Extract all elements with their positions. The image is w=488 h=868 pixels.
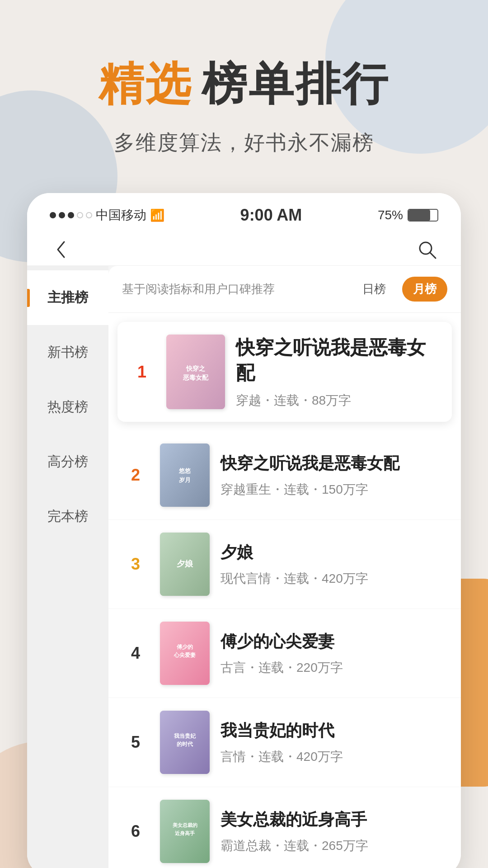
book-title-4: 傅少的心尖爱妻	[221, 631, 447, 653]
book-cover-6: 美女总裁的 近身高手	[160, 800, 210, 863]
book-title-3: 夕娘	[221, 542, 447, 564]
sidebar-item-高分榜[interactable]: 高分榜	[27, 434, 108, 489]
book-cover-img-1: 快穿之 恶毒女配	[166, 335, 225, 409]
rank-item-1[interactable]: 1 快穿之 恶毒女配	[117, 322, 452, 422]
svg-rect-5	[160, 443, 210, 507]
battery-bar	[408, 209, 438, 222]
rank-number-1: 1	[128, 363, 155, 382]
sidebar-item-热度榜[interactable]: 热度榜	[27, 380, 108, 434]
carrier-text: 中国移动	[96, 207, 146, 224]
book-info-4: 傅少的心尖爱妻 古言・连载・220万字	[221, 631, 447, 676]
wifi-icon: 📶	[150, 208, 164, 222]
rank-number-2: 2	[122, 466, 149, 485]
rank-item-2[interactable]: 2 悠悠 岁月	[108, 431, 461, 520]
book-cover-img-3: 夕娘	[160, 533, 210, 596]
rank-number-3: 3	[122, 555, 149, 574]
book-meta-5: 言情・连载・420万字	[221, 748, 447, 765]
status-left: 中国移动 📶	[50, 207, 164, 224]
sidebar-item-完本榜[interactable]: 完本榜	[27, 489, 108, 544]
battery-fill	[408, 210, 430, 221]
book-cover-img-4: 傅少的 心尖爱妻	[160, 622, 210, 685]
signal-dot-3	[68, 212, 74, 218]
book-meta-6: 霸道总裁・连载・265万字	[221, 837, 447, 854]
book-info-5: 我当贵妃的时代 言情・连载・420万字	[221, 720, 447, 765]
signal-dot-1	[50, 212, 56, 218]
book-info-6: 美女总裁的近身高手 霸道总裁・连载・265万字	[221, 809, 447, 854]
svg-text:夕娘: 夕娘	[177, 559, 193, 568]
search-button[interactable]	[416, 238, 438, 261]
rank-number-6: 6	[122, 822, 149, 841]
book-cover-3: 夕娘	[160, 533, 210, 596]
signal-dots	[50, 212, 92, 218]
rank-item-5[interactable]: 5 我当贵妃 的时代	[108, 698, 461, 787]
status-bar: 中国移动 📶 9:00 AM 75%	[27, 193, 461, 234]
rank-number-5: 5	[122, 733, 149, 752]
rank-item-6[interactable]: 6 美女总裁的 近身高手	[108, 787, 461, 868]
book-info-3: 夕娘 现代言情・连载・420万字	[221, 542, 447, 587]
filter-tab-monthly[interactable]: 月榜	[402, 277, 447, 302]
signal-dot-2	[59, 212, 65, 218]
svg-text:快穿之: 快穿之	[186, 365, 205, 372]
book-cover-1: 快穿之 恶毒女配	[166, 335, 225, 409]
svg-line-1	[430, 253, 436, 258]
book-cover-4: 傅少的 心尖爱妻	[160, 622, 210, 685]
book-cover-img-6: 美女总裁的 近身高手	[160, 800, 210, 863]
filter-tab-daily[interactable]: 日榜	[352, 277, 397, 302]
phone-mockup: 中国移动 📶 9:00 AM 75% 主推榜	[27, 193, 461, 868]
svg-text:悠悠: 悠悠	[178, 467, 191, 474]
svg-text:近身高手: 近身高手	[175, 830, 195, 836]
sidebar: 主推榜 新书榜 热度榜 高分榜 完本榜	[27, 266, 108, 868]
book-meta-1: 穿越・连载・88万字	[236, 392, 441, 409]
book-info-2: 快穿之听说我是恶毒女配 穿越重生・连载・150万字	[221, 453, 447, 498]
signal-dot-4	[77, 212, 83, 218]
svg-text:傅少的: 傅少的	[176, 644, 193, 650]
title-orange: 精选	[99, 54, 192, 115]
svg-text:的时代: 的时代	[177, 741, 193, 747]
signal-dot-5	[86, 212, 92, 218]
book-meta-4: 古言・连载・220万字	[221, 659, 447, 676]
title-dark: 榜单排行	[202, 54, 389, 115]
sidebar-item-新书榜[interactable]: 新书榜	[27, 325, 108, 380]
svg-text:恶毒女配: 恶毒女配	[183, 374, 209, 381]
battery-text: 75%	[378, 208, 403, 222]
status-time: 9:00 AM	[240, 206, 302, 225]
back-button[interactable]	[50, 238, 72, 261]
book-title-6: 美女总裁的近身高手	[221, 809, 447, 831]
header-title: 精选 榜单排行	[36, 54, 452, 115]
rank-number-4: 4	[122, 644, 149, 663]
svg-text:心尖爱妻: 心尖爱妻	[174, 652, 196, 658]
app-nav-bar	[27, 234, 461, 266]
book-info-1: 快穿之听说我是恶毒女配 穿越・连载・88万字	[236, 335, 441, 409]
book-title-2: 快穿之听说我是恶毒女配	[221, 453, 447, 475]
status-right: 75%	[378, 208, 438, 222]
sidebar-item-主推榜[interactable]: 主推榜	[27, 270, 108, 325]
header-section: 精选 榜单排行 多维度算法，好书永不漏榜	[0, 0, 488, 184]
header-subtitle: 多维度算法，好书永不漏榜	[36, 129, 452, 157]
filter-tabs: 日榜 月榜	[352, 277, 447, 302]
book-cover-2: 悠悠 岁月	[160, 443, 210, 507]
svg-text:岁月: 岁月	[178, 476, 191, 483]
book-meta-3: 现代言情・连载・420万字	[221, 570, 447, 587]
filter-bar: 基于阅读指标和用户口碑推荐 日榜 月榜	[108, 266, 461, 313]
content-area: 主推榜 新书榜 热度榜 高分榜 完本榜 基于阅读指标和用户口碑推荐 日榜 月榜 …	[27, 266, 461, 868]
main-list: 基于阅读指标和用户口碑推荐 日榜 月榜 1	[108, 266, 461, 868]
filter-description: 基于阅读指标和用户口碑推荐	[122, 281, 275, 297]
book-cover-5: 我当贵妃 的时代	[160, 711, 210, 774]
book-meta-2: 穿越重生・连载・150万字	[221, 481, 447, 498]
svg-text:美女总裁的: 美女总裁的	[172, 822, 197, 828]
book-cover-img-5: 我当贵妃 的时代	[160, 711, 210, 774]
book-title-1: 快穿之听说我是恶毒女配	[236, 335, 441, 386]
book-title-5: 我当贵妃的时代	[221, 720, 447, 742]
rank-item-4[interactable]: 4 傅少的 心尖爱妻	[108, 609, 461, 698]
book-cover-img-2: 悠悠 岁月	[160, 443, 210, 507]
svg-text:我当贵妃: 我当贵妃	[174, 733, 196, 739]
rank-item-3[interactable]: 3 夕娘	[108, 520, 461, 609]
